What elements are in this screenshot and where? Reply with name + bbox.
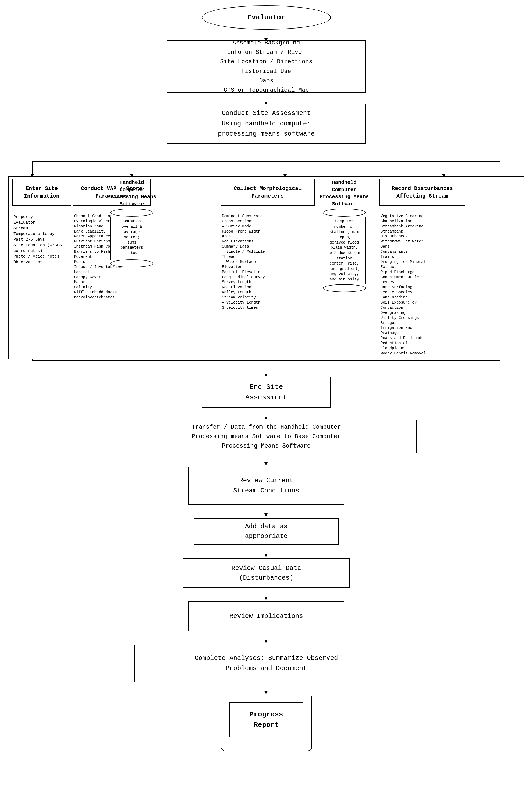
end-site-shape: End Site Assessment [202, 377, 331, 408]
svg-marker-30 [264, 514, 268, 517]
conduct-site-shape: Conduct Site Assessment Using handheld c… [167, 103, 366, 144]
flowchart: Evaluator Assemble Background Info on St… [0, 0, 532, 810]
enter-site-title: Enter Site Information [24, 185, 60, 200]
handheld2-title-label: Handheld Computer Processing Means Softw… [320, 179, 369, 208]
svg-marker-36 [264, 640, 268, 643]
progress-report-label: Progress Report [250, 709, 283, 730]
handheld2-cylinder: Handheld Computer Processing Means Softw… [316, 179, 372, 292]
svg-marker-28 [264, 462, 268, 466]
record-dist-shape: Record Disturbances Affecting Stream [379, 179, 465, 206]
enter-site-shape: Enter Site Information [12, 179, 71, 206]
review-implications-shape: Review Implications [188, 601, 344, 631]
complete-analyses-shape: Complete Analyses; Summarize Observed Pr… [134, 645, 398, 682]
handheld2-body-label: Computes number of stations, max depth, … [327, 219, 361, 281]
record-dist-body: Vegetative Clearing Channelization Strea… [381, 209, 464, 356]
svg-marker-32 [264, 554, 268, 557]
progress-report-shape: Progress Report [220, 696, 312, 744]
progress-report-inner-border: Progress Report [229, 702, 303, 738]
collect-morph-body: Dominant Substrate Cross Sections – Surv… [222, 209, 284, 310]
assemble-background-shape: Assemble Background Info on Stream / Riv… [167, 40, 366, 93]
assemble-label: Assemble Background Info on Stream / Riv… [220, 38, 312, 95]
collect-morph-title: Collect Morphological Parameters [234, 185, 301, 200]
review-implications-label: Review Implications [229, 611, 303, 621]
svg-marker-24 [264, 373, 268, 377]
add-data-label: Add data as appropriate [245, 522, 287, 541]
record-dist-title: Record Disturbances Affecting Stream [392, 185, 453, 200]
review-casual-label: Review Casual Data (Disturbances) [231, 564, 301, 583]
progress-report-fold [220, 743, 312, 751]
transfer-label: Transfer / Data from the Handheld Comput… [192, 422, 341, 451]
add-data-shape: Add data as appropriate [194, 518, 339, 545]
complete-analyses-label: Complete Analyses; Summarize Observed Pr… [195, 653, 338, 674]
handheld1-body-label: Computes overall & average scores; sums … [120, 219, 143, 255]
svg-marker-34 [264, 597, 268, 600]
review-current-shape: Review Current Stream Conditions [188, 467, 344, 505]
collect-morph-shape: Collect Morphological Parameters [220, 179, 315, 206]
svg-marker-38 [264, 691, 268, 694]
review-current-label: Review Current Stream Conditions [233, 475, 299, 496]
handheld1-title-label: Handheld Computer Processing Means Softw… [107, 179, 156, 208]
enter-site-body: Property Evaluator Stream Temperature to… [14, 209, 70, 265]
end-site-label: End Site Assessment [245, 382, 287, 403]
evaluator-shape: Evaluator [202, 5, 331, 30]
transfer-shape: Transfer / Data from the Handheld Comput… [116, 420, 417, 453]
svg-marker-26 [264, 417, 268, 420]
conduct-site-label: Conduct Site Assessment Using handheld c… [218, 108, 315, 139]
handheld1-cylinder: Handheld Computer Processing Means Softw… [105, 179, 159, 268]
review-casual-shape: Review Casual Data (Disturbances) [183, 558, 350, 588]
evaluator-label: Evaluator [247, 14, 285, 21]
